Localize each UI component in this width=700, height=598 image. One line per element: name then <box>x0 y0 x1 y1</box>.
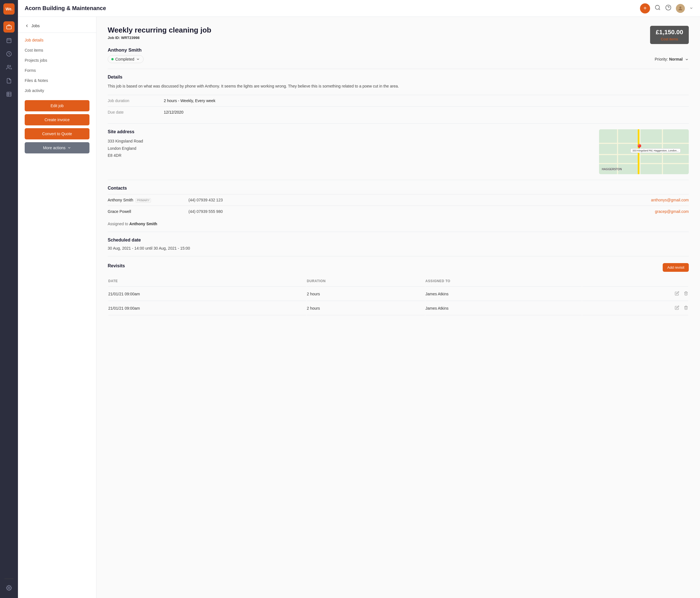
col-date: DATE <box>108 277 306 286</box>
duration-label: Job duration <box>108 98 164 103</box>
map-grid: 📍 333 Kingsland Rd, Haggerston, London..… <box>599 129 689 174</box>
priority-value: Normal <box>669 57 683 61</box>
client-name: Anthony Smith <box>108 47 689 53</box>
price-block: £1,150.00 Cost items <box>650 26 689 44</box>
edit-job-button[interactable]: Edit job <box>25 100 90 111</box>
add-revisit-button[interactable]: Add revisit <box>663 263 689 272</box>
create-invoice-button[interactable]: Create invoice <box>25 114 90 125</box>
revisit-1-assigned: James Atkins <box>425 287 582 301</box>
nav-icon-clock[interactable] <box>3 48 15 59</box>
sidebar-item-cost-items[interactable]: Cost items <box>18 45 96 55</box>
job-header: Weekly recurring cleaning job Job ID: WR… <box>108 26 689 44</box>
revisit-2-actions <box>582 301 688 315</box>
nav-icon-users[interactable] <box>3 62 15 73</box>
contact-1-name: Anthony Smith PRIMARY <box>108 198 186 202</box>
revisits-title: Revisits <box>108 264 125 269</box>
address-text: 333 Kingsland Road London England E8 4DR <box>108 138 592 159</box>
duration-row: Job duration 2 hours - Weekly, Every wee… <box>108 95 689 106</box>
revisit-2-duration: 2 hours <box>307 301 425 315</box>
contact-1-badge: PRIMARY <box>135 198 151 202</box>
svg-point-12 <box>655 5 659 9</box>
site-address-section: Site address 333 Kingsland Road London E… <box>108 129 689 174</box>
sidebar-divider <box>4 579 14 579</box>
cost-items-link[interactable]: Cost items <box>656 37 683 41</box>
more-actions-button[interactable]: More actions <box>25 142 90 153</box>
scheduled-section: Scheduled date 30 Aug, 2021 - 14:00 unti… <box>108 238 689 250</box>
revisits-table: DATE DURATION ASSIGNED TO 21/01/21 09:00… <box>108 276 689 316</box>
svg-rect-7 <box>7 92 11 97</box>
duration-value: 2 hours - Weekly, Every week <box>164 98 216 103</box>
revisit-row-2: 21/01/21 09:00am 2 hours James Atkins <box>108 301 688 315</box>
sidebar-actions: Edit job Create invoice Convert to Quote… <box>18 96 96 158</box>
main-content: Weekly recurring cleaning job Job ID: WR… <box>97 17 700 598</box>
nav-icon-settings[interactable] <box>3 582 15 594</box>
revisit-1-edit-icon[interactable] <box>675 292 680 297</box>
back-nav[interactable]: Jobs <box>18 21 96 33</box>
map-label: 333 Kingsland Rd, Haggerston, London... <box>630 148 681 153</box>
map-placeholder[interactable]: 📍 333 Kingsland Rd, Haggerston, London..… <box>599 129 689 174</box>
add-button[interactable]: + <box>640 3 650 14</box>
contact-2-phone: (44) 07939 555 980 <box>189 209 250 214</box>
details-text: This job is based on what was discussed … <box>108 83 689 89</box>
scheduled-dates: 30 Aug, 2021 - 14:00 until 30 Aug, 2021 … <box>108 246 689 250</box>
priority-chevron-icon <box>685 57 689 61</box>
job-id: Job ID: WRT23998 <box>108 35 211 40</box>
contact-2-email[interactable]: gracep@gmail.com <box>655 209 689 214</box>
sidebar-item-projects-jobs[interactable]: Projects jobs <box>18 55 96 65</box>
svg-rect-1 <box>7 39 11 43</box>
svg-point-11 <box>8 587 10 589</box>
status-label: Completed <box>115 57 134 61</box>
sidebar-item-forms[interactable]: Forms <box>18 65 96 75</box>
assigned-to: Anthony Smith <box>129 222 157 226</box>
left-sidebar: Jobs Job details Cost items Projects job… <box>18 17 97 598</box>
details-section: Details This job is based on what was di… <box>108 75 689 118</box>
content-area: Jobs Job details Cost items Projects job… <box>18 17 700 598</box>
divider-3 <box>108 180 689 180</box>
status-row: Completed Priority: Normal <box>108 55 689 63</box>
nav-icon-table[interactable] <box>3 89 15 100</box>
revisit-2-assigned: James Atkins <box>425 301 582 315</box>
revisit-1-delete-icon[interactable] <box>684 292 688 297</box>
contact-row-2: Grace Powell (44) 07939 555 980 gracep@g… <box>108 206 689 217</box>
user-avatar[interactable] <box>676 4 685 13</box>
app-logo[interactable]: We. <box>3 3 15 15</box>
job-id-value: WRT23998 <box>121 35 140 40</box>
contact-1-phone: (44) 07939 432 123 <box>189 198 250 202</box>
divider-1 <box>108 69 689 69</box>
job-title-block: Weekly recurring cleaning job Job ID: WR… <box>108 26 211 40</box>
revisit-1-duration: 2 hours <box>307 287 425 301</box>
nav-icon-briefcase[interactable] <box>3 21 15 32</box>
col-actions <box>582 277 688 286</box>
address-block: Site address 333 Kingsland Road London E… <box>108 129 592 174</box>
svg-point-16 <box>679 6 681 8</box>
svg-line-13 <box>659 9 660 10</box>
divider-4 <box>108 232 689 232</box>
status-badge[interactable]: Completed <box>108 55 144 63</box>
contact-1-email[interactable]: anthonys@gmail.com <box>651 198 689 202</box>
nav-icon-calendar[interactable] <box>3 35 15 46</box>
revisit-1-actions <box>582 287 688 301</box>
search-button[interactable] <box>655 4 661 12</box>
header-actions: + <box>640 3 693 14</box>
contacts-title: Contacts <box>108 186 689 191</box>
col-duration: DURATION <box>307 277 425 286</box>
col-assigned: ASSIGNED TO <box>425 277 582 286</box>
sidebar-item-job-details[interactable]: Job details <box>18 35 96 45</box>
user-menu-chevron[interactable] <box>689 5 693 11</box>
nav-icon-document[interactable] <box>3 75 15 86</box>
divider-2 <box>108 123 689 124</box>
sidebar-item-files-notes[interactable]: Files & Notes <box>18 75 96 85</box>
revisit-2-edit-icon[interactable] <box>675 306 680 311</box>
contacts-section: Contacts Anthony Smith PRIMARY (44) 0793… <box>108 186 689 217</box>
sidebar-item-job-activity[interactable]: Job activity <box>18 85 96 96</box>
priority-text: Priority: Normal <box>655 57 689 61</box>
details-title: Details <box>108 75 689 80</box>
help-button[interactable] <box>665 4 671 12</box>
revisit-row-1: 21/01/21 09:00am 2 hours James Atkins <box>108 287 688 301</box>
due-date-value: 12/12/2020 <box>164 110 183 115</box>
back-label: Jobs <box>31 24 40 28</box>
top-header: Acorn Building & Maintenance + <box>18 0 700 17</box>
due-date-label: Due date <box>108 110 164 115</box>
convert-to-quote-button[interactable]: Convert to Quote <box>25 128 90 140</box>
revisit-2-delete-icon[interactable] <box>684 306 688 311</box>
